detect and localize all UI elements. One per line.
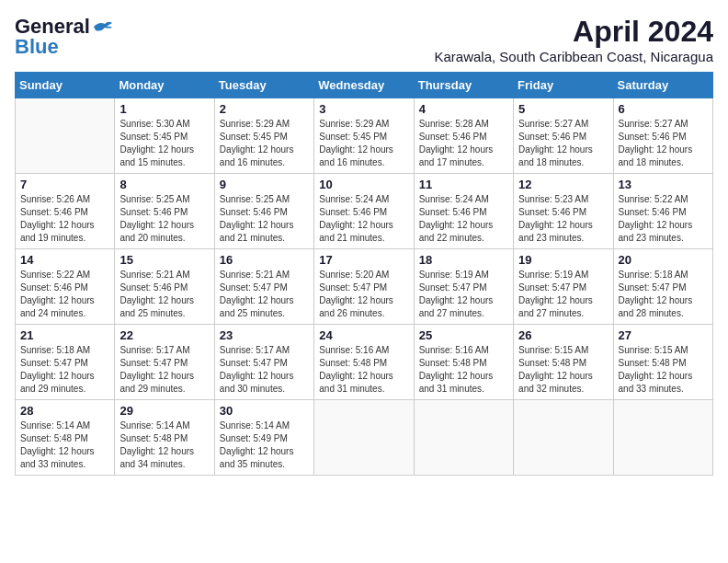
logo-bird-icon — [92, 19, 112, 34]
calendar-day-cell — [16, 98, 115, 174]
day-number: 10 — [319, 178, 408, 191]
day-info: Sunrise: 5:27 AMSunset: 5:46 PMDaylight:… — [619, 118, 708, 169]
calendar-day-cell: 22Sunrise: 5:17 AMSunset: 5:47 PMDayligh… — [115, 325, 214, 400]
calendar-day-cell: 2Sunrise: 5:29 AMSunset: 5:45 PMDaylight… — [214, 98, 313, 174]
day-info: Sunrise: 5:17 AMSunset: 5:47 PMDaylight:… — [220, 344, 309, 396]
day-info: Sunrise: 5:22 AMSunset: 5:46 PMDaylight:… — [20, 269, 109, 320]
calendar-day-cell: 18Sunrise: 5:19 AMSunset: 5:47 PMDayligh… — [414, 249, 513, 325]
day-number: 18 — [419, 253, 508, 267]
day-info: Sunrise: 5:24 AMSunset: 5:46 PMDaylight:… — [319, 193, 408, 245]
calendar-day-cell: 8Sunrise: 5:25 AMSunset: 5:46 PMDaylight… — [115, 174, 214, 249]
day-number: 21 — [20, 328, 109, 342]
logo-text-blue: Blue — [15, 35, 59, 59]
calendar-day-cell — [414, 400, 513, 476]
month-title: April 2024 — [434, 15, 713, 49]
day-info: Sunrise: 5:24 AMSunset: 5:46 PMDaylight:… — [419, 193, 508, 245]
day-number: 11 — [419, 178, 508, 191]
calendar-day-cell: 28Sunrise: 5:14 AMSunset: 5:48 PMDayligh… — [16, 400, 115, 476]
calendar-day-cell: 11Sunrise: 5:24 AMSunset: 5:46 PMDayligh… — [414, 174, 513, 249]
day-info: Sunrise: 5:21 AMSunset: 5:47 PMDaylight:… — [220, 269, 309, 320]
calendar-day-cell: 15Sunrise: 5:21 AMSunset: 5:46 PMDayligh… — [115, 249, 214, 325]
day-info: Sunrise: 5:21 AMSunset: 5:46 PMDaylight:… — [119, 269, 209, 320]
calendar-day-cell — [613, 400, 712, 476]
calendar-col-header-sunday: Sunday — [16, 73, 115, 98]
day-number: 26 — [518, 328, 608, 342]
day-info: Sunrise: 5:15 AMSunset: 5:48 PMDaylight:… — [619, 344, 708, 396]
day-info: Sunrise: 5:25 AMSunset: 5:46 PMDaylight:… — [119, 193, 209, 245]
day-number: 14 — [20, 253, 109, 267]
day-info: Sunrise: 5:25 AMSunset: 5:46 PMDaylight:… — [220, 193, 309, 245]
day-number: 23 — [220, 328, 309, 342]
calendar-day-cell: 1Sunrise: 5:30 AMSunset: 5:45 PMDaylight… — [115, 98, 214, 174]
day-number: 8 — [119, 178, 209, 191]
calendar-day-cell — [514, 400, 613, 476]
calendar-day-cell: 21Sunrise: 5:18 AMSunset: 5:47 PMDayligh… — [16, 325, 115, 400]
day-number: 17 — [319, 253, 408, 267]
day-info: Sunrise: 5:14 AMSunset: 5:48 PMDaylight:… — [119, 419, 209, 471]
day-info: Sunrise: 5:29 AMSunset: 5:45 PMDaylight:… — [319, 118, 408, 169]
day-number: 9 — [220, 178, 309, 191]
calendar-week-row: 14Sunrise: 5:22 AMSunset: 5:46 PMDayligh… — [16, 249, 713, 325]
calendar-week-row: 7Sunrise: 5:26 AMSunset: 5:46 PMDaylight… — [16, 174, 713, 249]
calendar-table: SundayMondayTuesdayWednesdayThursdayFrid… — [15, 72, 713, 476]
day-number: 5 — [518, 102, 608, 116]
day-info: Sunrise: 5:18 AMSunset: 5:47 PMDaylight:… — [619, 269, 708, 320]
day-number: 19 — [518, 253, 608, 267]
title-section: April 2024 Karawala, South Caribbean Coa… — [434, 15, 713, 64]
day-info: Sunrise: 5:19 AMSunset: 5:47 PMDaylight:… — [518, 269, 608, 320]
calendar-col-header-wednesday: Wednesday — [314, 73, 414, 98]
calendar-day-cell: 9Sunrise: 5:25 AMSunset: 5:46 PMDaylight… — [214, 174, 313, 249]
day-number: 29 — [119, 404, 209, 418]
calendar-day-cell: 23Sunrise: 5:17 AMSunset: 5:47 PMDayligh… — [214, 325, 313, 400]
calendar-day-cell: 20Sunrise: 5:18 AMSunset: 5:47 PMDayligh… — [613, 249, 712, 325]
calendar-day-cell: 7Sunrise: 5:26 AMSunset: 5:46 PMDaylight… — [16, 174, 115, 249]
calendar-day-cell: 26Sunrise: 5:15 AMSunset: 5:48 PMDayligh… — [514, 325, 613, 400]
day-info: Sunrise: 5:28 AMSunset: 5:46 PMDaylight:… — [419, 118, 508, 169]
day-number: 22 — [119, 328, 209, 342]
calendar-day-cell: 13Sunrise: 5:22 AMSunset: 5:46 PMDayligh… — [613, 174, 712, 249]
calendar-day-cell — [314, 400, 414, 476]
day-number: 12 — [518, 178, 608, 191]
calendar-day-cell: 12Sunrise: 5:23 AMSunset: 5:46 PMDayligh… — [514, 174, 613, 249]
calendar-day-cell: 14Sunrise: 5:22 AMSunset: 5:46 PMDayligh… — [16, 249, 115, 325]
calendar-day-cell: 24Sunrise: 5:16 AMSunset: 5:48 PMDayligh… — [314, 325, 414, 400]
calendar-header-row: SundayMondayTuesdayWednesdayThursdayFrid… — [16, 73, 713, 98]
calendar-day-cell: 16Sunrise: 5:21 AMSunset: 5:47 PMDayligh… — [214, 249, 313, 325]
day-number: 28 — [20, 404, 109, 418]
calendar-col-header-friday: Friday — [514, 73, 613, 98]
day-number: 30 — [220, 404, 309, 418]
day-info: Sunrise: 5:19 AMSunset: 5:47 PMDaylight:… — [419, 269, 508, 320]
day-number: 7 — [20, 178, 109, 191]
day-number: 13 — [619, 178, 708, 191]
calendar-body: 1Sunrise: 5:30 AMSunset: 5:45 PMDaylight… — [16, 98, 713, 476]
day-info: Sunrise: 5:16 AMSunset: 5:48 PMDaylight:… — [319, 344, 408, 396]
calendar-day-cell: 5Sunrise: 5:27 AMSunset: 5:46 PMDaylight… — [514, 98, 613, 174]
day-number: 3 — [319, 102, 408, 116]
day-info: Sunrise: 5:16 AMSunset: 5:48 PMDaylight:… — [419, 344, 508, 396]
day-info: Sunrise: 5:15 AMSunset: 5:48 PMDaylight:… — [518, 344, 608, 396]
day-info: Sunrise: 5:14 AMSunset: 5:49 PMDaylight:… — [220, 419, 309, 471]
calendar-week-row: 1Sunrise: 5:30 AMSunset: 5:45 PMDaylight… — [16, 98, 713, 174]
calendar-day-cell: 6Sunrise: 5:27 AMSunset: 5:46 PMDaylight… — [613, 98, 712, 174]
calendar-day-cell: 4Sunrise: 5:28 AMSunset: 5:46 PMDaylight… — [414, 98, 513, 174]
logo: General Blue — [15, 15, 112, 59]
day-number: 1 — [119, 102, 209, 116]
calendar-col-header-thursday: Thursday — [414, 73, 513, 98]
calendar-week-row: 28Sunrise: 5:14 AMSunset: 5:48 PMDayligh… — [16, 400, 713, 476]
day-info: Sunrise: 5:14 AMSunset: 5:48 PMDaylight:… — [20, 419, 109, 471]
day-number: 4 — [419, 102, 508, 116]
day-info: Sunrise: 5:20 AMSunset: 5:47 PMDaylight:… — [319, 269, 408, 320]
day-info: Sunrise: 5:18 AMSunset: 5:47 PMDaylight:… — [20, 344, 109, 396]
day-info: Sunrise: 5:30 AMSunset: 5:45 PMDaylight:… — [119, 118, 209, 169]
day-info: Sunrise: 5:22 AMSunset: 5:46 PMDaylight:… — [619, 193, 708, 245]
calendar-day-cell: 25Sunrise: 5:16 AMSunset: 5:48 PMDayligh… — [414, 325, 513, 400]
day-info: Sunrise: 5:27 AMSunset: 5:46 PMDaylight:… — [518, 118, 608, 169]
calendar-day-cell: 19Sunrise: 5:19 AMSunset: 5:47 PMDayligh… — [514, 249, 613, 325]
page-header: General Blue April 2024 Karawala, South … — [15, 15, 713, 64]
calendar-day-cell: 27Sunrise: 5:15 AMSunset: 5:48 PMDayligh… — [613, 325, 712, 400]
calendar-week-row: 21Sunrise: 5:18 AMSunset: 5:47 PMDayligh… — [16, 325, 713, 400]
calendar-day-cell: 17Sunrise: 5:20 AMSunset: 5:47 PMDayligh… — [314, 249, 414, 325]
calendar-day-cell: 29Sunrise: 5:14 AMSunset: 5:48 PMDayligh… — [115, 400, 214, 476]
calendar-col-header-saturday: Saturday — [613, 73, 712, 98]
day-number: 25 — [419, 328, 508, 342]
